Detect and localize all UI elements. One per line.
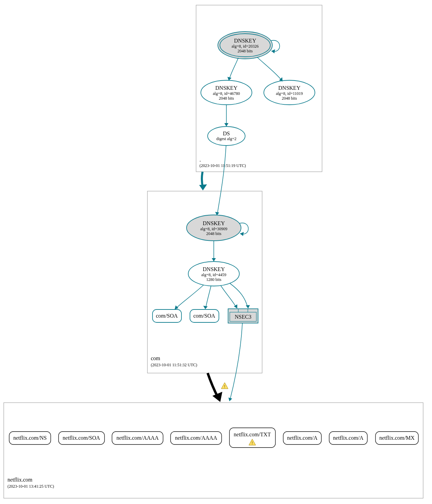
netflix-record-soa: netflix.com/SOA [59, 432, 105, 444]
svg-text:DNSKEY: DNSKEY [278, 85, 301, 91]
edge-com-zsk-to-nsec3-b [230, 283, 248, 308]
svg-text:2048 bits: 2048 bits [282, 96, 297, 101]
svg-text:alg=8, id=11019: alg=8, id=11019 [276, 91, 303, 96]
svg-text:netflix.com/TXT: netflix.com/TXT [234, 432, 271, 437]
edge-com-zsk-to-soa2 [206, 286, 211, 308]
svg-text:DS: DS [223, 131, 230, 136]
svg-marker-45 [212, 392, 222, 402]
warning-icon: ! [221, 383, 228, 389]
svg-text:DNSKEY: DNSKEY [203, 266, 225, 272]
netflix-record-a-1: netflix.com/A [283, 432, 321, 444]
netflix-record-a-2: netflix.com/A [329, 432, 367, 444]
root-zsk-46780-node: DNSKEY alg=8, id=46780 2048 bits [201, 80, 252, 105]
edge-root-ksk-to-zsk1 [229, 58, 238, 81]
svg-marker-43 [199, 184, 207, 190]
com-zsk-node: DNSKEY alg=8, id=4459 1280 bits [188, 262, 239, 286]
svg-text:com/SOA: com/SOA [193, 313, 215, 319]
svg-text:digest alg=2: digest alg=2 [216, 136, 236, 141]
svg-marker-42 [246, 305, 250, 308]
svg-text:netflix.com/SOA: netflix.com/SOA [63, 435, 100, 441]
netflix-record-mx: netflix.com/MX [375, 432, 418, 444]
edge-com-to-netflix-insecure [208, 373, 218, 397]
svg-text:2048 bits: 2048 bits [206, 231, 222, 236]
zone-com-label: com [151, 355, 160, 361]
zone-netflix-label: netflix.com [7, 477, 33, 483]
root-ksk-node: DNSKEY alg=8, id=20326 2048 bits [218, 32, 272, 59]
svg-text:alg=8, id=30909: alg=8, id=30909 [200, 226, 227, 231]
svg-text:netflix.com/NS: netflix.com/NS [13, 435, 47, 441]
svg-marker-38 [212, 258, 216, 262]
com-soa1-node: com/SOA [153, 309, 181, 322]
svg-marker-39 [175, 305, 178, 309]
svg-text:netflix.com/A: netflix.com/A [333, 435, 364, 441]
svg-text:com/SOA: com/SOA [156, 313, 178, 319]
svg-marker-46 [228, 398, 232, 401]
com-soa2-node: com/SOA [190, 309, 219, 322]
svg-marker-40 [203, 306, 208, 309]
svg-marker-5 [271, 49, 275, 53]
edge-nsec3-to-netflix [230, 323, 242, 401]
svg-text:DNSKEY: DNSKEY [203, 220, 225, 226]
svg-text:alg=8, id=20326: alg=8, id=20326 [231, 44, 259, 49]
svg-marker-19 [224, 123, 228, 127]
zone-com-ts: (2023-10-01 11:51:32 UTC) [151, 363, 197, 367]
svg-text:netflix.com/MX: netflix.com/MX [379, 435, 415, 441]
netflix-record-ns: netflix.com/NS [9, 432, 51, 444]
svg-text:netflix.com/AAAA: netflix.com/AAAA [116, 435, 159, 441]
svg-marker-24 [240, 232, 244, 236]
svg-text:2048 bits: 2048 bits [238, 49, 253, 53]
svg-text:NSEC3: NSEC3 [235, 314, 252, 320]
zone-root-label: . [199, 157, 201, 163]
zone-netflix-ts: (2023-10-01 13:41:25 UTC) [7, 484, 54, 489]
svg-text:1280 bits: 1280 bits [206, 277, 222, 282]
svg-text:netflix.com/AAAA: netflix.com/AAAA [175, 435, 217, 441]
svg-text:alg=8, id=46780: alg=8, id=46780 [213, 91, 240, 96]
root-ds-node: DS digest alg=2 [208, 127, 245, 146]
svg-text:DNSKEY: DNSKEY [215, 85, 238, 91]
root-zsk-11019-node: DNSKEY alg=8, id=11019 2048 bits [264, 80, 315, 105]
svg-text:alg=8, id=4459: alg=8, id=4459 [201, 272, 226, 277]
edge-com-zsk-to-nsec3-a [221, 285, 237, 308]
svg-text:!: ! [224, 384, 225, 389]
netflix-record-aaaa-1: netflix.com/AAAA [112, 432, 163, 444]
svg-text:DNSKEY: DNSKEY [234, 38, 256, 44]
svg-text:2048 bits: 2048 bits [219, 96, 234, 101]
com-ksk-node: DNSKEY alg=8, id=30909 2048 bits [187, 215, 241, 241]
svg-text:netflix.com/A: netflix.com/A [287, 435, 318, 441]
netflix-record-txt: netflix.com/TXT ! [229, 428, 275, 448]
svg-text:!: ! [252, 441, 253, 446]
edge-root-ksk-to-zsk2 [257, 57, 283, 81]
com-nsec3-node: NSEC3 [228, 309, 258, 323]
netflix-record-aaaa-2: netflix.com/AAAA [171, 432, 222, 444]
svg-marker-41 [234, 304, 237, 308]
zone-netflix-box [4, 403, 423, 498]
edge-ds-to-com-ksk [217, 146, 226, 215]
zone-root-ts: (2023-10-01 11:51:19 UTC) [199, 163, 246, 168]
dnssec-graph: . (2023-10-01 11:51:19 UTC) DNSKEY alg=8… [0, 0, 432, 504]
edge-com-zsk-to-soa1 [175, 285, 204, 309]
